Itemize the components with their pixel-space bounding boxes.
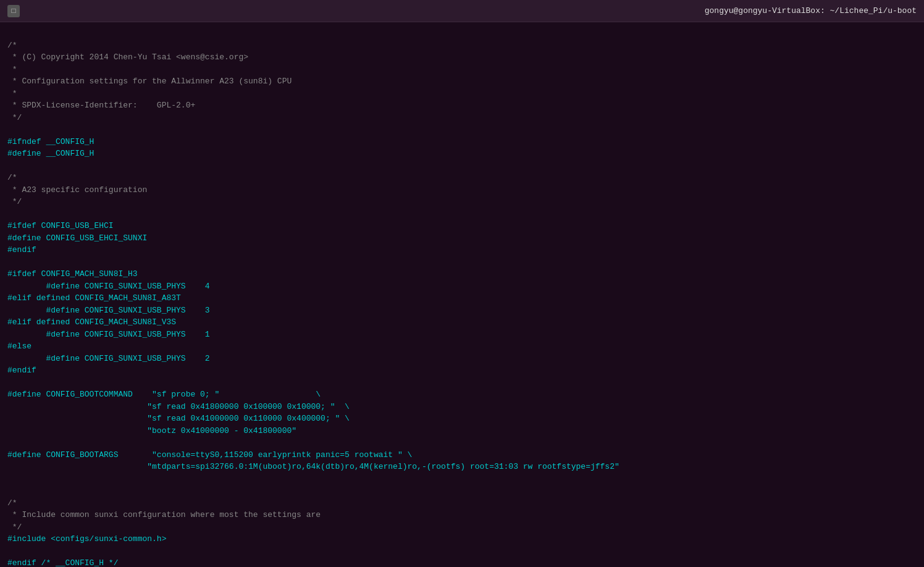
terminal-line: #define CONFIG_BOOTARGS "console=ttyS0,1… [7,449,917,461]
terminal-line: "mtdparts=spi32766.0:1M(uboot)ro,64k(dtb… [7,461,917,473]
terminal-line: #endif /* __CONFIG_H */ [7,557,917,567]
terminal-line: "sf read 0x41000000 0x110000 0x400000; "… [7,413,917,425]
terminal-line [7,437,917,449]
terminal-line: #ifdef CONFIG_MACH_SUN8I_H3 [7,268,917,280]
terminal-line: #define CONFIG_SUNXI_USB_PHYS 1 [7,329,917,341]
terminal-line: * Configuration settings for the Allwinn… [7,75,917,88]
terminal-line: #define CONFIG_USB_EHCI_SUNXI [7,232,917,245]
terminal-line: /* [7,172,917,184]
terminal-content: /* * (C) Copyright 2014 Chen-Yu Tsai <we… [0,22,924,567]
terminal-line [7,124,917,136]
terminal-line: /* [7,497,917,510]
window-title: gongyu@gongyu-VirtualBox: ~/Lichee_Pi/u-… [705,6,917,15]
terminal-line: * (C) Copyright 2014 Chen-Yu Tsai <wens@… [7,51,917,64]
terminal-line: #ifdef CONFIG_USB_EHCI [7,220,917,232]
terminal-line: * SPDX-License-Identifier: GPL-2.0+ [7,99,917,112]
terminal-line: * A23 specific configuration [7,184,917,196]
terminal-line: #elif defined CONFIG_MACH_SUN8I_A83T [7,292,917,304]
terminal-line: */ [7,196,917,208]
terminal-line [7,377,917,389]
terminal-line [7,160,917,172]
terminal-line: * [7,64,917,76]
title-bar: □ gongyu@gongyu-VirtualBox: ~/Lichee_Pi/… [0,0,924,22]
terminal-line: #define CONFIG_SUNXI_USB_PHYS 2 [7,353,917,365]
terminal-line: #define CONFIG_SUNXI_USB_PHYS 4 [7,280,917,293]
terminal-line: #elif defined CONFIG_MACH_SUN8I_V3S [7,316,917,329]
terminal-line [7,473,917,485]
terminal-line: "sf read 0x41800000 0x100000 0x10000; " … [7,401,917,413]
terminal-line [7,208,917,220]
terminal-line: "bootz 0x41000000 - 0x41800000" [7,425,917,437]
terminal-line: * Include common sunxi configuration whe… [7,509,917,521]
terminal-line: #define CONFIG_BOOTCOMMAND "sf probe 0; … [7,388,917,401]
terminal-line: #define CONFIG_SUNXI_USB_PHYS 3 [7,304,917,317]
terminal-line: */ [7,112,917,124]
terminal-line: #ifndef __CONFIG_H [7,136,917,148]
terminal-line: /* [7,40,917,52]
terminal-icon: □ [7,5,20,17]
terminal-line: #include <configs/sunxi-common.h> [7,533,917,545]
terminal-line: #endif [7,244,917,256]
terminal-line: #endif [7,364,917,377]
terminal-line: #define __CONFIG_H [7,148,917,160]
terminal-line [7,545,917,558]
terminal-line [7,256,917,269]
terminal-line [7,485,917,497]
terminal-line: * [7,88,917,100]
terminal-line: #else [7,340,917,353]
terminal-line: */ [7,521,917,534]
